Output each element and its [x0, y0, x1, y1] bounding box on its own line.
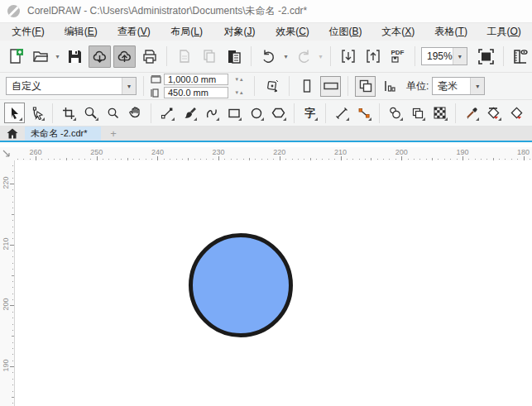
toolbox-separator: [294, 103, 295, 123]
fullscreen-preview-button[interactable]: [475, 45, 497, 68]
artistic-media-tool[interactable]: [179, 103, 199, 123]
cloud-upload-button[interactable]: [113, 45, 136, 68]
menu-位图[interactable]: 位图(B): [319, 25, 371, 39]
new-document-button[interactable]: [4, 45, 26, 68]
interactive-fill-tool[interactable]: [483, 103, 504, 123]
copy-button[interactable]: [198, 45, 220, 68]
menu-查看[interactable]: 查看(V): [108, 25, 161, 39]
eyedropper-tool[interactable]: [461, 103, 482, 123]
menu-对象[interactable]: 对象(J): [213, 25, 266, 39]
ruler-tick: [481, 159, 482, 160]
zoom-level-combobox[interactable]: 195% ▾: [421, 47, 467, 65]
undo-button[interactable]: [257, 45, 280, 68]
page-size-preset-combobox[interactable]: 自定义 ▾: [6, 77, 137, 95]
portrait-orientation-button[interactable]: [296, 76, 317, 97]
dimension-tool[interactable]: [331, 103, 352, 123]
paste-button[interactable]: [223, 45, 245, 68]
import-button[interactable]: [337, 45, 359, 68]
smart-fill-tool[interactable]: [506, 103, 526, 123]
b-spline-tool[interactable]: [201, 103, 222, 123]
ruler-tick: [237, 159, 237, 160]
units-dropdown-caret[interactable]: ▾: [470, 78, 484, 94]
menu-工具[interactable]: 工具(O): [477, 25, 530, 39]
save-button[interactable]: [64, 45, 86, 68]
cloud-download-button[interactable]: [89, 45, 111, 68]
rectangle-tool[interactable]: [223, 103, 244, 123]
ruler-tick: [72, 159, 73, 160]
freehand-tool[interactable]: [156, 103, 177, 123]
transparency-tool[interactable]: [407, 103, 428, 123]
ellipse-tool[interactable]: [246, 103, 266, 123]
cut-button[interactable]: [173, 45, 195, 68]
menu-效果[interactable]: 效果(C): [266, 25, 319, 39]
menu-文本[interactable]: 文本(X): [371, 25, 424, 39]
spinner-up-caret[interactable]: ▴: [240, 76, 243, 83]
ruler-tick: [12, 208, 13, 208]
page-height-spinner[interactable]: ▾ ▴: [231, 89, 247, 96]
spinner-down-caret[interactable]: ▾: [235, 89, 238, 96]
drawing-canvas[interactable]: [16, 160, 532, 406]
toolbox-separator: [325, 103, 326, 123]
units-combobox[interactable]: 毫米 ▾: [432, 77, 485, 95]
toolbox-separator: [52, 103, 53, 123]
ruler-label: 180: [517, 148, 530, 156]
redo-button[interactable]: [292, 45, 314, 68]
text-tool[interactable]: 字: [300, 103, 320, 123]
undo-dropdown-caret[interactable]: ▾: [282, 53, 290, 60]
current-page-layout-button[interactable]: [379, 76, 400, 97]
show-rulers-button[interactable]: [510, 45, 532, 68]
connector-tool[interactable]: [353, 103, 374, 123]
document-tab-active[interactable]: 未命名 -2.cdr*: [25, 127, 101, 141]
all-pages-layout-button[interactable]: [355, 76, 376, 97]
page-height-input[interactable]: 450.0 mm: [164, 87, 228, 98]
page-width-icon: [151, 75, 161, 84]
export-button[interactable]: [362, 45, 384, 68]
menu-编辑[interactable]: 编辑(E): [55, 25, 108, 39]
page-width-input[interactable]: 1,000.0 mm: [164, 74, 228, 85]
pick-tool[interactable]: [4, 103, 25, 123]
ruler-tick: [12, 354, 13, 355]
zoom-tool[interactable]: [80, 103, 101, 123]
redo-dropdown-caret[interactable]: ▾: [317, 53, 324, 60]
publish-pdf-button[interactable]: PDF: [386, 45, 409, 68]
pattern-fill-tool[interactable]: [429, 103, 450, 123]
snap-settings-button[interactable]: [261, 76, 282, 97]
shape-tool[interactable]: [26, 103, 47, 123]
horizontal-ruler[interactable]: 260250240230220210200190180: [15, 147, 532, 160]
pan-tool[interactable]: [125, 103, 146, 123]
crop-tool[interactable]: [58, 103, 79, 123]
welcome-screen-button[interactable]: [0, 127, 25, 141]
circle-shape[interactable]: [191, 236, 291, 336]
menu-表格[interactable]: 表格(T): [424, 25, 477, 39]
landscape-orientation-button[interactable]: [320, 76, 341, 97]
open-document-button[interactable]: [29, 45, 51, 68]
zoom-dropdown-caret[interactable]: ▾: [453, 48, 467, 64]
menu-文件[interactable]: 文件(F): [2, 25, 55, 39]
ruler-tick: [10, 245, 14, 246]
print-button[interactable]: [138, 45, 161, 68]
ruler-tick: [347, 159, 347, 160]
polygon-tool[interactable]: [268, 103, 289, 123]
ruler-tick: [79, 159, 79, 160]
ruler-origin-corner[interactable]: [0, 147, 15, 160]
new-document-icon: [7, 48, 24, 64]
ruler-tick: [182, 159, 183, 160]
zoom-out-tool[interactable]: [103, 103, 123, 123]
new-tab-button[interactable]: +: [101, 127, 126, 141]
ruler-tick: [10, 305, 14, 306]
open-dropdown-caret[interactable]: ▾: [54, 53, 61, 60]
preset-dropdown-caret[interactable]: ▾: [122, 78, 136, 94]
ruler-tick: [12, 287, 13, 288]
spinner-up-caret[interactable]: ▴: [240, 89, 243, 96]
property-bar: 自定义 ▾ 1,000.0 mm ▾ ▴ 450: [0, 73, 532, 100]
toolbox-separator: [379, 103, 380, 123]
shadow-tool[interactable]: [385, 103, 405, 123]
ruler-tick: [12, 318, 13, 318]
ruler-tick: [499, 159, 500, 160]
menu-布局[interactable]: 布局(L): [161, 25, 213, 39]
spinner-down-caret[interactable]: ▾: [235, 76, 238, 83]
standard-toolbar: ▾: [0, 41, 532, 73]
vertical-ruler[interactable]: 220210200190: [0, 160, 15, 406]
ruler-tick: [206, 159, 207, 160]
page-width-spinner[interactable]: ▾ ▴: [231, 76, 247, 83]
